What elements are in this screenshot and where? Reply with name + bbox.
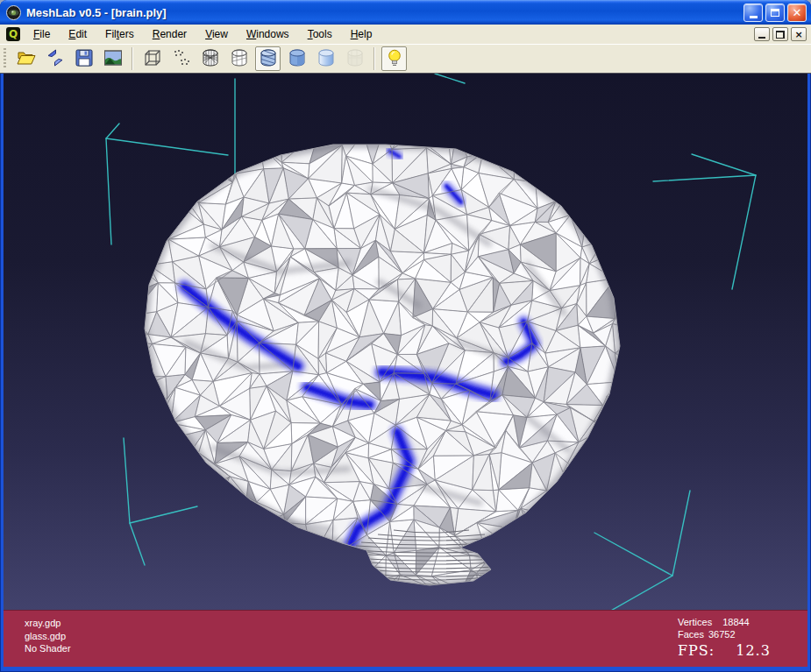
q-document-icon: Q: [6, 27, 20, 41]
shader-list: xray.gdpglass.gdpNo Shader: [25, 617, 71, 655]
fps-value: 12.3: [736, 645, 771, 657]
brain-mesh-scene: [4, 74, 807, 610]
mdi-close-button[interactable]: ×: [791, 27, 807, 41]
viewport-3d[interactable]: [4, 74, 807, 610]
render-texture-button: [342, 46, 367, 71]
menu-items: FileEditFiltersRenderViewWindowsToolsHel…: [26, 25, 383, 43]
menu-file[interactable]: File: [26, 25, 57, 43]
save-snapshot-button[interactable]: [71, 46, 96, 71]
vertices-label: Vertices: [678, 617, 712, 627]
hidden-lines-cylinder-icon: [229, 47, 250, 71]
toolbar-separator: [132, 47, 133, 70]
mdi-window-controls: ×: [751, 27, 807, 41]
mesh-stats: Vertices18844 Faces36752 FPS:12.3: [678, 616, 802, 657]
close-icon: ✕: [793, 7, 802, 18]
mdi-minimize-icon: [758, 37, 765, 39]
snapshot-image-icon: [103, 47, 124, 71]
toolbar-separator: [373, 47, 375, 70]
snapshot-button[interactable]: [100, 46, 125, 71]
menu-filters[interactable]: Filters: [98, 25, 141, 43]
minimize-icon: [750, 16, 758, 18]
faces-label: Faces: [678, 629, 704, 640]
toolbar: [0, 45, 811, 74]
vertices-value: 18844: [722, 617, 750, 627]
render-bbox-button[interactable]: [139, 46, 165, 71]
render-hidden-lines-button[interactable]: [226, 46, 252, 71]
render-points-button[interactable]: [168, 46, 194, 71]
toolbar-buttons: [11, 46, 409, 71]
points-icon: [171, 47, 192, 71]
texture-cylinder-icon: [345, 47, 366, 71]
bounding-box-icon: [142, 47, 163, 71]
fps-label: FPS:: [678, 645, 715, 657]
open-folder-icon: [16, 47, 37, 71]
render-wire-button[interactable]: [197, 46, 223, 71]
minimize-button[interactable]: [743, 4, 763, 22]
menu-windows[interactable]: Windows: [239, 25, 296, 43]
light-bulb-icon: [384, 47, 405, 71]
flat-lines-cylinder-icon: [258, 47, 279, 71]
flat-cylinder-icon: [287, 47, 308, 71]
smooth-cylinder-icon: [316, 47, 337, 71]
faces-value: 36752: [708, 629, 736, 640]
open-button[interactable]: [13, 46, 39, 71]
menu-edit[interactable]: Edit: [61, 25, 94, 43]
reload-button[interactable]: [42, 46, 68, 71]
title-bar[interactable]: MeshLab v0.5 - [brain.ply] ✕: [0, 0, 811, 25]
status-bar: xray.gdpglass.gdpNo Shader Vertices18844…: [4, 610, 807, 667]
menu-view[interactable]: View: [198, 25, 235, 43]
shader-list-item: No Shader: [25, 642, 71, 655]
floppy-disk-icon: [74, 47, 95, 71]
meshlab-window: MeshLab v0.5 - [brain.ply] ✕ Q FileEditF…: [0, 0, 811, 672]
maximize-button[interactable]: [765, 4, 785, 22]
menu-tools[interactable]: Tools: [301, 25, 339, 43]
shader-list-item: glass.gdp: [25, 630, 71, 643]
render-smooth-button[interactable]: [313, 46, 338, 71]
mdi-restore-button[interactable]: [772, 27, 788, 41]
mdi-close-icon: ×: [794, 30, 802, 39]
window-title: MeshLab v0.5 - [brain.ply]: [26, 6, 741, 19]
mdi-minimize-button[interactable]: [754, 27, 770, 41]
mdi-restore-icon: [776, 31, 785, 39]
shader-list-item: xray.gdp: [25, 617, 71, 630]
menu-render[interactable]: Render: [146, 25, 194, 43]
menu-help[interactable]: Help: [344, 25, 380, 43]
close-button[interactable]: ✕: [787, 4, 807, 22]
app-icon: [6, 5, 21, 20]
maximize-icon: [771, 9, 779, 17]
light-toggle-button[interactable]: [381, 46, 407, 71]
render-flat-lines-button[interactable]: [255, 46, 281, 71]
wireframe-cylinder-icon: [200, 47, 221, 71]
render-flat-button[interactable]: [284, 46, 309, 71]
toolbar-grip-handle[interactable]: [4, 48, 6, 69]
reload-icon: [45, 47, 66, 71]
menu-bar: Q FileEditFiltersRenderViewWindowsToolsH…: [0, 25, 811, 45]
